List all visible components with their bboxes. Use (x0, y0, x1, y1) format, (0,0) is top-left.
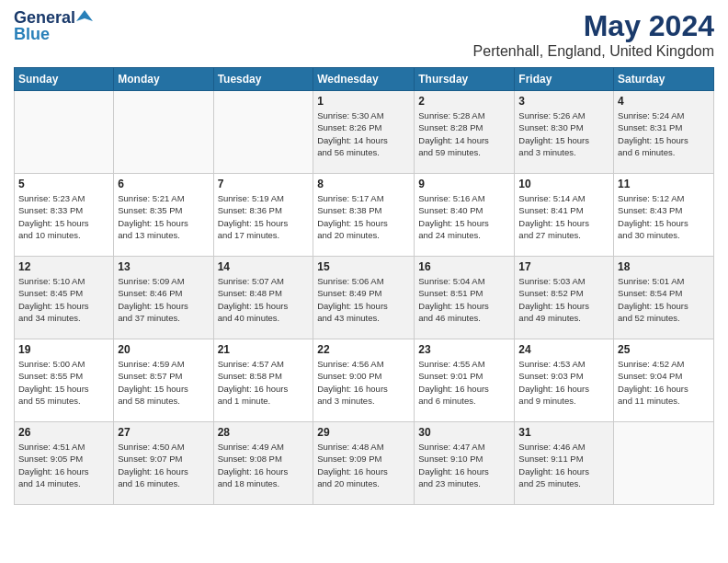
day-info: Sunrise: 5:04 AMSunset: 8:51 PMDaylight:… (418, 275, 510, 324)
day-info: Sunrise: 4:48 AMSunset: 9:09 PMDaylight:… (317, 441, 410, 489)
logo-bird-icon (76, 8, 93, 25)
calendar-cell: 21Sunrise: 4:57 AMSunset: 8:58 PMDayligh… (213, 339, 313, 422)
calendar-cell: 10Sunrise: 5:14 AMSunset: 8:41 PMDayligh… (515, 174, 614, 257)
calendar-cell (213, 91, 313, 174)
logo: General Blue (14, 9, 93, 42)
day-number: 24 (518, 343, 609, 356)
header-row: SundayMondayTuesdayWednesdayThursdayFrid… (15, 68, 714, 91)
calendar-table: SundayMondayTuesdayWednesdayThursdayFrid… (14, 67, 714, 505)
day-number: 8 (317, 178, 410, 190)
day-info: Sunrise: 4:49 AMSunset: 9:08 PMDaylight:… (218, 441, 310, 489)
day-number: 1 (317, 95, 410, 108)
calendar-cell: 6Sunrise: 5:21 AMSunset: 8:35 PMDaylight… (114, 174, 213, 257)
day-number: 17 (518, 260, 609, 273)
day-info: Sunrise: 4:50 AMSunset: 9:07 PMDaylight:… (118, 441, 209, 489)
day-header-friday: Friday (515, 68, 614, 91)
day-number: 22 (317, 343, 410, 356)
calendar-cell: 7Sunrise: 5:19 AMSunset: 8:36 PMDaylight… (213, 174, 313, 257)
day-info: Sunrise: 5:10 AMSunset: 8:45 PMDaylight:… (18, 275, 109, 324)
day-number: 25 (618, 343, 710, 356)
day-number: 10 (518, 178, 609, 190)
day-info: Sunrise: 5:06 AMSunset: 8:49 PMDaylight:… (317, 275, 410, 324)
calendar-cell: 1Sunrise: 5:30 AMSunset: 8:26 PMDaylight… (313, 91, 415, 174)
day-number: 23 (418, 343, 510, 356)
day-info: Sunrise: 5:12 AMSunset: 8:43 PMDaylight:… (618, 192, 710, 241)
day-number: 31 (518, 426, 609, 439)
calendar-cell: 11Sunrise: 5:12 AMSunset: 8:43 PMDayligh… (614, 174, 714, 257)
day-number: 20 (118, 343, 209, 356)
day-info: Sunrise: 5:16 AMSunset: 8:40 PMDaylight:… (418, 192, 510, 241)
day-info: Sunrise: 4:51 AMSunset: 9:05 PMDaylight:… (18, 441, 109, 489)
day-number: 30 (418, 426, 510, 439)
calendar-cell: 5Sunrise: 5:23 AMSunset: 8:33 PMDaylight… (15, 174, 114, 257)
day-number: 5 (18, 178, 109, 190)
day-info: Sunrise: 4:47 AMSunset: 9:10 PMDaylight:… (418, 441, 510, 489)
calendar-cell: 12Sunrise: 5:10 AMSunset: 8:45 PMDayligh… (15, 257, 114, 339)
calendar-cell: 17Sunrise: 5:03 AMSunset: 8:52 PMDayligh… (515, 257, 614, 339)
day-header-wednesday: Wednesday (313, 68, 415, 91)
day-number: 26 (18, 426, 109, 439)
calendar-cell: 13Sunrise: 5:09 AMSunset: 8:46 PMDayligh… (114, 257, 213, 339)
day-number: 27 (118, 426, 209, 439)
calendar-cell: 29Sunrise: 4:48 AMSunset: 9:09 PMDayligh… (313, 422, 415, 505)
day-number: 13 (118, 260, 209, 273)
day-number: 29 (317, 426, 410, 439)
day-number: 9 (418, 178, 510, 190)
calendar-cell: 18Sunrise: 5:01 AMSunset: 8:54 PMDayligh… (614, 257, 714, 339)
calendar-cell: 24Sunrise: 4:53 AMSunset: 9:03 PMDayligh… (515, 339, 614, 422)
day-number: 6 (118, 178, 209, 190)
day-info: Sunrise: 5:03 AMSunset: 8:52 PMDaylight:… (518, 275, 609, 324)
day-info: Sunrise: 5:01 AMSunset: 8:54 PMDaylight:… (618, 275, 710, 324)
page-header: General Blue May 2024 Pertenhall, Englan… (14, 9, 714, 60)
calendar-cell: 9Sunrise: 5:16 AMSunset: 8:40 PMDaylight… (415, 174, 515, 257)
week-row-5: 26Sunrise: 4:51 AMSunset: 9:05 PMDayligh… (15, 422, 714, 505)
week-row-2: 5Sunrise: 5:23 AMSunset: 8:33 PMDaylight… (15, 174, 714, 257)
calendar-cell: 4Sunrise: 5:24 AMSunset: 8:31 PMDaylight… (614, 91, 714, 174)
calendar-cell: 25Sunrise: 4:52 AMSunset: 9:04 PMDayligh… (614, 339, 714, 422)
day-info: Sunrise: 5:00 AMSunset: 8:55 PMDaylight:… (18, 358, 109, 407)
day-info: Sunrise: 5:14 AMSunset: 8:41 PMDaylight:… (518, 192, 609, 241)
day-number: 21 (218, 343, 310, 356)
day-info: Sunrise: 5:09 AMSunset: 8:46 PMDaylight:… (118, 275, 209, 324)
calendar-cell: 14Sunrise: 5:07 AMSunset: 8:48 PMDayligh… (213, 257, 313, 339)
calendar-cell: 31Sunrise: 4:46 AMSunset: 9:11 PMDayligh… (515, 422, 614, 505)
day-info: Sunrise: 4:52 AMSunset: 9:04 PMDaylight:… (618, 358, 710, 407)
calendar-cell: 22Sunrise: 4:56 AMSunset: 9:00 PMDayligh… (313, 339, 415, 422)
calendar-cell: 30Sunrise: 4:47 AMSunset: 9:10 PMDayligh… (415, 422, 515, 505)
day-header-saturday: Saturday (614, 68, 714, 91)
day-info: Sunrise: 4:57 AMSunset: 8:58 PMDaylight:… (218, 358, 310, 407)
day-info: Sunrise: 4:46 AMSunset: 9:11 PMDaylight:… (518, 441, 609, 489)
calendar-cell: 16Sunrise: 5:04 AMSunset: 8:51 PMDayligh… (415, 257, 515, 339)
day-header-monday: Monday (114, 68, 213, 91)
day-number: 14 (218, 260, 310, 273)
day-info: Sunrise: 5:21 AMSunset: 8:35 PMDaylight:… (118, 192, 209, 241)
day-number: 15 (317, 260, 410, 273)
calendar-cell: 23Sunrise: 4:55 AMSunset: 9:01 PMDayligh… (415, 339, 515, 422)
day-number: 12 (18, 260, 109, 273)
calendar-cell: 27Sunrise: 4:50 AMSunset: 9:07 PMDayligh… (114, 422, 213, 505)
week-row-3: 12Sunrise: 5:10 AMSunset: 8:45 PMDayligh… (15, 257, 714, 339)
logo-general-text: General (14, 9, 75, 26)
title-block: May 2024 Pertenhall, England, United Kin… (473, 9, 714, 60)
week-row-4: 19Sunrise: 5:00 AMSunset: 8:55 PMDayligh… (15, 339, 714, 422)
calendar-cell: 28Sunrise: 4:49 AMSunset: 9:08 PMDayligh… (213, 422, 313, 505)
day-number: 19 (18, 343, 109, 356)
day-number: 3 (518, 95, 609, 108)
day-info: Sunrise: 5:07 AMSunset: 8:48 PMDaylight:… (218, 275, 310, 324)
logo-blue-text: Blue (14, 26, 50, 42)
calendar-cell (614, 422, 714, 505)
day-info: Sunrise: 4:56 AMSunset: 9:00 PMDaylight:… (317, 358, 410, 407)
day-info: Sunrise: 5:30 AMSunset: 8:26 PMDaylight:… (317, 109, 410, 158)
day-info: Sunrise: 5:23 AMSunset: 8:33 PMDaylight:… (18, 192, 109, 241)
calendar-cell (15, 91, 114, 174)
day-info: Sunrise: 5:19 AMSunset: 8:36 PMDaylight:… (218, 192, 310, 241)
day-header-tuesday: Tuesday (213, 68, 313, 91)
day-info: Sunrise: 5:17 AMSunset: 8:38 PMDaylight:… (317, 192, 410, 241)
day-info: Sunrise: 5:26 AMSunset: 8:30 PMDaylight:… (518, 109, 609, 158)
day-number: 7 (218, 178, 310, 190)
calendar-cell: 20Sunrise: 4:59 AMSunset: 8:57 PMDayligh… (114, 339, 213, 422)
day-header-sunday: Sunday (15, 68, 114, 91)
day-info: Sunrise: 5:24 AMSunset: 8:31 PMDaylight:… (618, 109, 710, 158)
day-info: Sunrise: 5:28 AMSunset: 8:28 PMDaylight:… (418, 109, 510, 158)
day-number: 4 (618, 95, 710, 108)
